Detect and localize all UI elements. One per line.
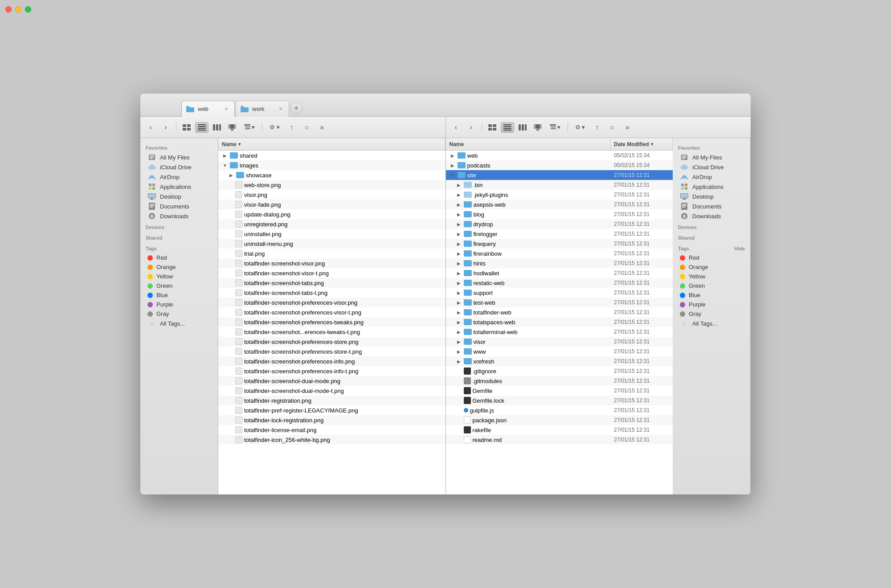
table-row[interactable]: ▶ package.json 27/01/15 12:31: [446, 415, 673, 425]
disclosure-arrow[interactable]: ▶: [456, 182, 462, 188]
disclosure-arrow[interactable]: ▶: [222, 152, 228, 159]
sidebar-item-all-my-files[interactable]: All My Files: [142, 152, 216, 162]
table-row[interactable]: ▶ .jekyll-plugins 27/01/15 12:31: [446, 190, 673, 200]
right-sidebar-item-applications[interactable]: Applications: [674, 182, 748, 192]
sidebar-item-airdrop[interactable]: AirDrop: [142, 172, 216, 182]
right-sidebar-tag-orange[interactable]: Orange: [674, 262, 748, 272]
group-button[interactable]: ▾: [241, 122, 258, 133]
right-sidebar-item-all-my-files[interactable]: All My Files: [674, 152, 748, 162]
sidebar-tag-all[interactable]: ○ All Tags...: [142, 318, 216, 328]
right-share-button[interactable]: ↑: [590, 122, 604, 133]
table-row[interactable]: ▶ .gitmodules 27/01/15 12:31: [446, 376, 673, 386]
action-button[interactable]: ⚙ ▾: [266, 122, 283, 133]
disclosure-arrow[interactable]: ▶: [450, 162, 456, 168]
table-row[interactable]: ▶ hodlwallet 27/01/15 12:31: [446, 268, 673, 278]
table-row[interactable]: ▶ firerainbow 27/01/15 12:31: [446, 249, 673, 258]
sidebar-tag-blue[interactable]: Blue: [142, 290, 216, 300]
table-row[interactable]: totalfinder-screenshot-preferences-visor…: [218, 298, 446, 307]
table-row[interactable]: totalfinder-registration.png: [218, 396, 446, 405]
table-row[interactable]: totalfinder-icon_256-white-bg.png: [218, 435, 446, 445]
right-sidebar-item-desktop[interactable]: Desktop: [674, 192, 748, 201]
right-sidebar-tag-red[interactable]: Red: [674, 253, 748, 262]
right-view-columns-button[interactable]: [516, 122, 529, 133]
more-left-button[interactable]: »: [315, 122, 329, 133]
table-row[interactable]: ▶ firelogger 27/01/15 12:31: [446, 229, 673, 239]
sidebar-tag-green[interactable]: Green: [142, 281, 216, 290]
disclosure-arrow[interactable]: ▶: [456, 211, 462, 217]
table-row[interactable]: totalfinder-screenshot-preferences-store…: [218, 337, 446, 347]
disclosure-arrow[interactable]: ▶: [456, 358, 462, 364]
disclosure-arrow[interactable]: ▶: [456, 270, 462, 276]
sidebar-tag-gray[interactable]: Gray: [142, 309, 216, 318]
disclosure-arrow[interactable]: ▶: [456, 319, 462, 325]
disclosure-arrow[interactable]: ▶: [456, 339, 462, 345]
sidebar-item-icloud[interactable]: iCloud Drive: [142, 162, 216, 172]
table-row[interactable]: ▶ readme.md 27/01/15 12:31: [446, 435, 673, 445]
table-row[interactable]: ▶ totalterminal-web 27/01/15 12:31: [446, 327, 673, 337]
sidebar-tag-yellow[interactable]: Yellow: [142, 272, 216, 281]
table-row[interactable]: unregistered.png: [218, 219, 446, 229]
right-view-list-button[interactable]: [501, 122, 514, 133]
table-row[interactable]: ▶ .gitignore 27/01/15 12:31: [446, 366, 673, 376]
table-row[interactable]: ▶ asepsis-web 27/01/15 12:31: [446, 200, 673, 209]
table-row[interactable]: ▶ xrefresh 27/01/15 12:31: [446, 356, 673, 366]
left-file-list[interactable]: ▶ shared ▼ images: [218, 151, 446, 494]
disclosure-arrow[interactable]: ▶: [456, 309, 462, 315]
disclosure-arrow[interactable]: ▶: [456, 231, 462, 237]
table-row[interactable]: ▶ shared: [218, 151, 446, 160]
left-name-column-header[interactable]: Name ▾: [218, 138, 446, 150]
right-action-button[interactable]: ⚙ ▾: [572, 122, 589, 133]
disclosure-arrow[interactable]: ▶: [456, 221, 462, 227]
table-row[interactable]: totalfinder-screenshot-preferences-tweak…: [218, 317, 446, 327]
right-date-column-header[interactable]: Date Modified ▾: [610, 138, 673, 150]
disclosure-arrow[interactable]: ▶: [456, 241, 462, 247]
table-row[interactable]: totalfinder-screenshot-dual-mode-t.png: [218, 386, 446, 396]
right-more-button[interactable]: »: [621, 122, 634, 133]
table-row[interactable]: ▶ support 27/01/15 12:31: [446, 288, 673, 298]
tab-web[interactable]: web ✕: [181, 101, 235, 117]
table-row[interactable]: ▶ Gemfile.lock 27/01/15 12:31: [446, 396, 673, 405]
right-sidebar-item-airdrop[interactable]: AirDrop: [674, 172, 748, 182]
table-row[interactable]: trial.png: [218, 249, 446, 258]
table-row[interactable]: totalfinder-screenshot-tabs.png: [218, 278, 446, 288]
table-row[interactable]: ▶ .bin 27/01/15 12:31: [446, 180, 673, 190]
sidebar-tag-red[interactable]: Red: [142, 253, 216, 262]
right-sidebar-item-downloads[interactable]: Downloads: [674, 211, 748, 221]
right-back-button[interactable]: ‹: [450, 122, 463, 133]
right-view-icons-button[interactable]: [486, 122, 499, 133]
table-row[interactable]: update-dialog.png: [218, 209, 446, 219]
right-sidebar-tag-gray[interactable]: Gray: [674, 309, 748, 318]
table-row[interactable]: uninstall-menu.png: [218, 239, 446, 249]
table-row[interactable]: ▼ site 27/01/15 12:31: [446, 170, 673, 180]
table-row[interactable]: totalfinder-screenshot-preferences-store…: [218, 347, 446, 356]
table-row[interactable]: totalfinder-lock-registration.png: [218, 415, 446, 425]
table-row[interactable]: ▶ podcasts 05/02/15 15:34: [446, 160, 673, 170]
right-sidebar-item-icloud[interactable]: iCloud Drive: [674, 162, 748, 172]
table-row[interactable]: ▶ visor 27/01/15 12:31: [446, 337, 673, 347]
right-sidebar-tag-yellow[interactable]: Yellow: [674, 272, 748, 281]
sidebar-item-documents[interactable]: Documents: [142, 201, 216, 211]
table-row[interactable]: ▶ firequery 27/01/15 12:31: [446, 239, 673, 249]
table-row[interactable]: totalfinder-screenshot-tabs-t.png: [218, 288, 446, 298]
table-row[interactable]: ▶ totalspaces-web 27/01/15 12:31: [446, 317, 673, 327]
tab-web-close[interactable]: ✕: [223, 106, 230, 113]
table-row[interactable]: uninstaller.png: [218, 229, 446, 239]
disclosure-arrow[interactable]: ▶: [228, 172, 234, 178]
right-view-cover-button[interactable]: [531, 122, 544, 133]
disclosure-arrow[interactable]: ▶: [456, 329, 462, 335]
disclosure-arrow[interactable]: ▶: [456, 280, 462, 286]
table-row[interactable]: ▶ www 27/01/15 12:31: [446, 347, 673, 356]
sidebar-item-applications[interactable]: Applications: [142, 182, 216, 192]
sidebar-item-downloads[interactable]: Downloads: [142, 211, 216, 221]
forward-button[interactable]: ›: [159, 122, 172, 133]
table-row[interactable]: ▼ images: [218, 160, 446, 170]
table-row[interactable]: ▶ blog 27/01/15 12:31: [446, 209, 673, 219]
disclosure-arrow[interactable]: ▶: [456, 201, 462, 208]
tags-hide-button[interactable]: Hide: [734, 246, 745, 251]
table-row[interactable]: web-store.png: [218, 180, 446, 190]
view-columns-button[interactable]: [210, 122, 224, 133]
table-row[interactable]: ▶ restatic-web 27/01/15 12:31: [446, 278, 673, 288]
disclosure-arrow[interactable]: ▼: [222, 162, 228, 168]
table-row[interactable]: totalfinder-screenshot-visor.png: [218, 258, 446, 268]
table-row[interactable]: ▶ rakefile 27/01/15 12:31: [446, 425, 673, 435]
